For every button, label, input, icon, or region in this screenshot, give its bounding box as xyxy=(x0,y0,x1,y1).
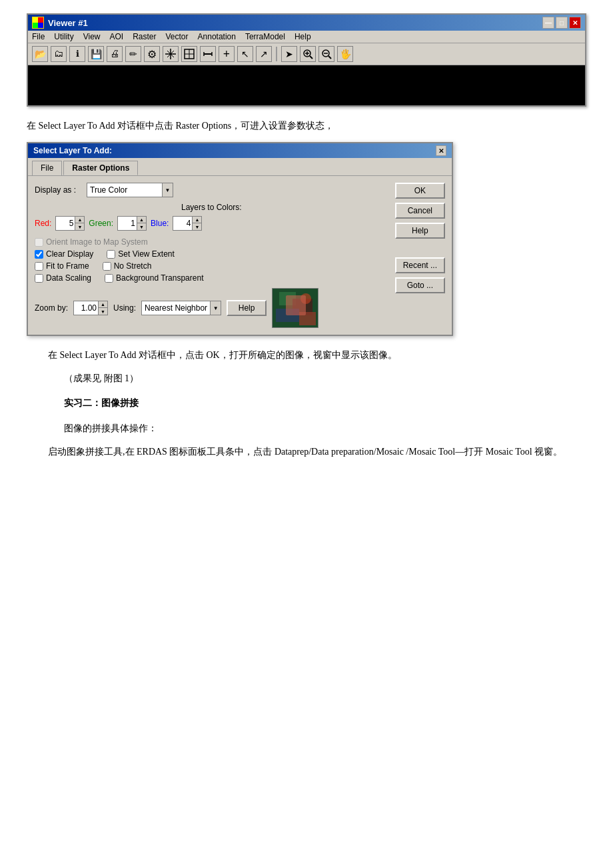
viewer-canvas xyxy=(28,65,585,105)
help-button[interactable]: Help xyxy=(395,223,445,239)
blue-spin-up[interactable]: ▲ xyxy=(193,217,201,223)
set-view-extent-label: Set View Extent xyxy=(118,249,175,259)
dialog-titlebar: Select Layer To Add: ✕ xyxy=(28,143,452,158)
tab-raster-options[interactable]: Raster Options xyxy=(63,161,138,175)
clear-display-checkbox[interactable] xyxy=(35,250,43,259)
hand-icon[interactable]: 🖐 xyxy=(337,46,353,62)
info-icon[interactable]: ℹ xyxy=(69,46,85,62)
red-spin-down[interactable]: ▼ xyxy=(75,223,84,230)
green-label: Green: xyxy=(89,219,113,228)
red-spinbox[interactable]: ▲ ▼ xyxy=(55,216,85,231)
menu-terramodel[interactable]: TerraModel xyxy=(245,32,285,41)
save-icon[interactable]: 💾 xyxy=(88,46,104,62)
checkboxes-section: Orient Image to Map System Clear Display… xyxy=(35,237,388,283)
viewer-menubar: File Utility View AOI Raster Vector Anno… xyxy=(28,31,585,43)
blue-spinbox[interactable]: ▲ ▼ xyxy=(173,216,202,231)
tab-file[interactable]: File xyxy=(32,161,62,175)
zoom-label: Zoom by: xyxy=(35,303,68,313)
green-spin-up[interactable]: ▲ xyxy=(137,217,146,223)
measure-icon[interactable] xyxy=(200,46,216,62)
blue-input[interactable] xyxy=(173,218,192,229)
print-icon[interactable]: 🖨 xyxy=(107,46,123,62)
zoom-in-icon[interactable] xyxy=(300,46,316,62)
body-text-1: 在 Select Layer To Add 对话框中点击 Raster Opti… xyxy=(27,117,586,134)
menu-file[interactable]: File xyxy=(32,32,45,41)
zoom-spin-down[interactable]: ▼ xyxy=(99,308,107,315)
display-as-arrow: ▼ xyxy=(162,183,173,197)
svg-rect-0 xyxy=(33,17,38,23)
svg-rect-1 xyxy=(38,17,43,23)
grid1-icon[interactable] xyxy=(163,46,179,62)
fit-to-frame-label: Fit to Frame xyxy=(46,261,89,271)
red-input[interactable] xyxy=(56,218,75,229)
green-input[interactable] xyxy=(118,218,137,229)
blue-spin-down[interactable]: ▼ xyxy=(193,223,201,230)
menu-view[interactable]: View xyxy=(83,32,101,41)
display-as-value: True Color xyxy=(87,184,162,196)
fit-to-frame-checkbox[interactable] xyxy=(35,262,43,271)
grid2-icon[interactable] xyxy=(181,46,197,62)
svg-point-26 xyxy=(301,293,311,304)
display-as-select[interactable]: True Color ▼ xyxy=(87,183,173,197)
zoom-out-icon[interactable] xyxy=(318,46,334,62)
btn-spacer xyxy=(395,243,445,253)
zoom-spinbox[interactable]: ▲ ▼ xyxy=(73,301,108,315)
set-view-extent-checkbox-row: Set View Extent xyxy=(107,249,175,259)
orient-checkbox-row: Orient Image to Map System xyxy=(35,237,388,247)
red-spin-up[interactable]: ▲ xyxy=(75,217,84,223)
svg-rect-3 xyxy=(38,23,43,28)
result-note: （成果见 附图 1） xyxy=(64,370,586,388)
bg-transparent-checkbox[interactable] xyxy=(105,274,113,283)
no-stretch-checkbox-row: No Stretch xyxy=(103,261,152,271)
checkbox-row-3: Data Scaling Background Transparent xyxy=(35,273,388,283)
svg-rect-2 xyxy=(33,23,38,28)
ok-button[interactable]: OK xyxy=(395,183,445,199)
orient-label: Orient Image to Map System xyxy=(46,237,148,247)
menu-utility[interactable]: Utility xyxy=(54,32,73,41)
zoom-help-button[interactable]: Help xyxy=(227,300,267,316)
using-select[interactable]: Nearest Neighbor ▼ xyxy=(141,301,221,315)
display-as-label: Display as : xyxy=(35,185,81,195)
green-spinbox[interactable]: ▲ ▼ xyxy=(117,216,147,231)
config-icon[interactable]: ⚙ xyxy=(144,46,160,62)
svg-rect-22 xyxy=(279,292,296,305)
zoom-row: Zoom by: ▲ ▼ Using: Nearest Neighbor ▼ H… xyxy=(35,288,388,328)
svg-line-19 xyxy=(328,56,331,59)
dialog-close-button[interactable]: ✕ xyxy=(436,145,446,156)
no-stretch-checkbox[interactable] xyxy=(103,262,111,271)
toolbar-separator xyxy=(276,47,277,61)
close-button[interactable]: ✕ xyxy=(569,17,581,29)
zoom-spin-up[interactable]: ▲ xyxy=(99,301,107,308)
arrow-right-icon[interactable]: ↗ xyxy=(256,46,272,62)
checkbox-row-2: Fit to Frame No Stretch xyxy=(35,261,388,271)
checkbox-row-1: Clear Display Set View Extent xyxy=(35,249,388,259)
orient-checkbox[interactable] xyxy=(35,238,43,247)
menu-annotation[interactable]: Annotation xyxy=(198,32,236,41)
maximize-button[interactable]: □ xyxy=(556,17,568,29)
menu-vector[interactable]: Vector xyxy=(166,32,189,41)
cursor-icon[interactable]: ➤ xyxy=(281,46,297,62)
select-layer-dialog: Select Layer To Add: ✕ File Raster Optio… xyxy=(27,142,453,336)
body-text-2: 在 Select Layer To Add 对话框中，点击 OK，打开所确定的图… xyxy=(48,347,586,365)
minimize-button[interactable]: — xyxy=(542,17,554,29)
recent-button[interactable]: Recent ... xyxy=(395,257,445,273)
menu-raster[interactable]: Raster xyxy=(133,32,156,41)
red-spin-arrows: ▲ ▼ xyxy=(75,217,84,230)
menu-aoi[interactable]: AOI xyxy=(109,32,123,41)
preview-thumbnail xyxy=(272,288,318,328)
open-icon[interactable]: 📂 xyxy=(32,46,48,62)
zoom-input[interactable] xyxy=(74,303,98,313)
data-scaling-checkbox[interactable] xyxy=(35,274,43,283)
edit-icon[interactable]: ✏ xyxy=(125,46,141,62)
fit-to-frame-checkbox-row: Fit to Frame xyxy=(35,261,89,271)
data-scaling-checkbox-row: Data Scaling xyxy=(35,273,91,283)
folder-icon[interactable]: 🗂 xyxy=(51,46,67,62)
menu-help[interactable]: Help xyxy=(295,32,311,41)
green-spin-down[interactable]: ▼ xyxy=(137,223,146,230)
arrow-left-icon[interactable]: ↖ xyxy=(237,46,253,62)
plus-icon[interactable]: + xyxy=(219,46,235,62)
set-view-extent-checkbox[interactable] xyxy=(107,250,115,259)
goto-button[interactable]: Goto ... xyxy=(395,277,445,293)
cancel-button[interactable]: Cancel xyxy=(395,203,445,219)
svg-rect-24 xyxy=(276,309,299,322)
